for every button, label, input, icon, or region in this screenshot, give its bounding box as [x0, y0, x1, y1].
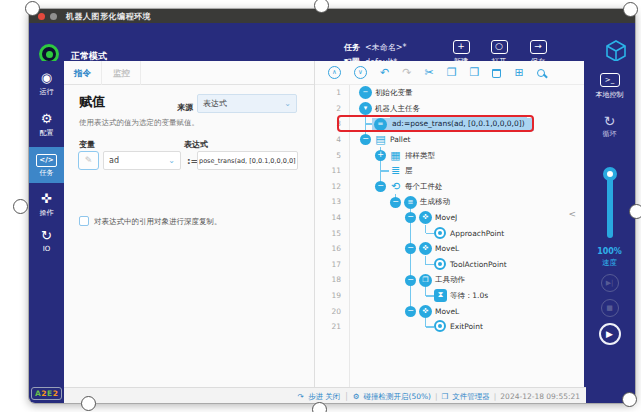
minimize-window-button[interactable] — [50, 13, 57, 20]
line-number: 11 — [315, 163, 341, 179]
tree-row[interactable]: 16−✜MoveL — [315, 241, 586, 257]
step-mode-status[interactable]: 步进 关闭 — [308, 392, 340, 402]
collapse-all-icon[interactable]: ∧ — [328, 66, 341, 79]
tree-node-label: MoveL — [435, 241, 459, 257]
tree-node-label: MoveL — [435, 304, 459, 320]
speed-slider-track[interactable] — [607, 174, 613, 238]
copy-icon[interactable]: ❐ — [447, 67, 457, 79]
deep-copy-checkbox[interactable] — [79, 216, 89, 226]
annotation-handle[interactable] — [623, 2, 638, 17]
file-manager-link[interactable]: 文件管理器 — [452, 392, 490, 402]
annotation-handle[interactable] — [25, 1, 40, 16]
paste-icon[interactable]: ❒ — [470, 67, 480, 79]
tree-row[interactable]: 4−▤Pallet — [315, 132, 586, 148]
line-number: 3 — [315, 116, 341, 132]
step-mode-icon: ↷ — [298, 392, 304, 401]
tree-row[interactable]: 20−✜MoveL — [315, 304, 586, 320]
source-select[interactable]: 表达式⌄ — [197, 94, 297, 113]
annotation-handle[interactable] — [629, 204, 641, 219]
tree-row[interactable]: 1−初始化变量 — [315, 85, 586, 101]
redo-icon[interactable]: ↷ — [402, 67, 411, 79]
annotation-handle[interactable] — [81, 396, 96, 411]
tree-row[interactable]: 13−≡生成移动 — [315, 194, 586, 210]
insert-icon[interactable]: ⊞ — [514, 67, 523, 79]
waypoint-icon — [434, 320, 446, 332]
annotation-handle[interactable] — [312, 402, 327, 412]
collapse-node-icon[interactable]: − — [375, 181, 386, 192]
play-button[interactable]: ▶ — [599, 323, 621, 345]
tab-monitor[interactable]: 监控 — [103, 61, 141, 85]
app-window: 机器人图形化编程环境 正常模式 任务<未命名>* 配置default* + 新建… — [28, 8, 636, 404]
left-sidebar: ◉ 运行 ⚙ 配置 </> 任务 ✜ 操作 ↻ IO A2E2 — [29, 61, 64, 403]
line-number: 2 — [315, 101, 341, 117]
window-titlebar: 机器人图形化编程环境 — [29, 9, 635, 23]
init-vars-icon: − — [359, 86, 372, 99]
expand-node-icon[interactable]: + — [375, 150, 386, 161]
collapse-panel-chevron[interactable]: < — [568, 209, 576, 219]
tree-row[interactable]: 19⧗等待 : 1.0s — [315, 288, 586, 304]
sidebar-item-run[interactable]: ◉ 运行 — [29, 69, 64, 105]
tree-connector — [426, 264, 435, 266]
search-icon[interactable] — [537, 69, 545, 77]
screenshot-canvas: 机器人图形化编程环境 正常模式 任务<未命名>* 配置default* + 新建… — [0, 0, 641, 412]
close-window-button[interactable] — [38, 13, 45, 20]
task-label: 任务 — [344, 43, 360, 52]
speed-value: 100% — [584, 247, 635, 256]
sidebar-item-io[interactable]: ↻ IO — [29, 227, 64, 263]
status-bar: ↷ 步进 关闭 │ ⚙ 碰撞检测开启(50%) | ❐ 文件管理器 | 2024… — [64, 387, 586, 404]
collision-status[interactable]: 碰撞检测开启(50%) — [364, 392, 432, 402]
sidebar-item-task[interactable]: </> 任务 — [29, 147, 64, 183]
tree-row[interactable]: 5+▦排样类型 — [315, 148, 586, 164]
undo-icon[interactable]: ↶ — [380, 67, 389, 79]
speed-slider-knob[interactable] — [603, 167, 617, 181]
annotation-handle[interactable] — [622, 392, 637, 407]
tree-row[interactable]: 12−⟲每个工件处 — [315, 179, 586, 195]
stop-button[interactable]: ■ — [601, 299, 619, 317]
tree-row[interactable]: 21ExitPoint — [315, 319, 586, 335]
collapse-node-icon[interactable]: − — [405, 306, 416, 317]
tree-node-label: ApproachPoint — [450, 226, 504, 242]
pattern-type-icon: ▦ — [389, 149, 402, 162]
sidebar-item-jog[interactable]: ✜ 操作 — [29, 190, 64, 226]
collapse-node-icon[interactable]: − — [360, 134, 371, 145]
assignment-icon: = — [374, 118, 387, 131]
expand-all-icon[interactable]: ∨ — [354, 66, 367, 79]
tree-row[interactable]: 3=ad:=pose_trans(ad, [0,0.1,0,0,0,0]) — [315, 116, 586, 132]
movel-icon: ✜ — [419, 305, 432, 318]
expression-input[interactable] — [197, 151, 298, 170]
step-button[interactable]: ▶| — [601, 274, 619, 292]
panel-tabbar: 指令 监控 — [64, 61, 314, 85]
collapse-node-icon[interactable]: − — [390, 197, 401, 208]
layers-icon: ≣ — [389, 164, 402, 177]
tree-row[interactable]: 2▾机器人主任务 — [315, 101, 586, 117]
tab-instruction[interactable]: 指令 — [64, 61, 102, 85]
tree-node-label: 生成移动 — [420, 194, 450, 210]
tree-row[interactable]: 18−❐工具动作 — [315, 272, 586, 288]
task-value: <未命名>* — [365, 43, 406, 52]
tree-node-label: Pallet — [390, 132, 411, 148]
annotation-handle[interactable] — [13, 199, 28, 214]
collision-icon: ⚙ — [353, 392, 360, 401]
new-file-icon: + — [453, 40, 470, 54]
delete-icon[interactable] — [492, 67, 501, 78]
line-number: 15 — [315, 226, 341, 242]
sidebar-item-config[interactable]: ⚙ 配置 — [29, 110, 64, 146]
collapse-node-icon[interactable]: − — [405, 212, 416, 223]
expression-label: 表达式 — [184, 139, 208, 150]
local-control-icon[interactable]: >_ — [600, 73, 620, 87]
loop-icon[interactable]: ↻ — [584, 114, 635, 128]
cut-icon[interactable]: ✂ — [424, 67, 433, 79]
instruction-description: 使用表达式的值为选定的变量赋值。 — [79, 118, 199, 128]
robot-model-badge: A2E2 — [31, 387, 62, 400]
tree-row[interactable]: 11≣层 — [315, 163, 586, 179]
edit-variable-button[interactable]: ✎ — [78, 151, 99, 170]
movej-icon: ✜ — [419, 211, 432, 224]
tree-row[interactable]: 17ToolActionPoint — [315, 257, 586, 273]
tree-node-label: 每个工件处 — [405, 179, 443, 195]
tree-row[interactable]: 15ApproachPoint — [315, 226, 586, 242]
pallet-icon: ▤ — [374, 133, 387, 146]
variable-select[interactable]: ad⌄ — [103, 151, 181, 170]
collapse-node-icon[interactable]: − — [405, 243, 416, 254]
tree-row[interactable]: 14−✜MoveJ — [315, 210, 586, 226]
collapse-node-icon[interactable]: − — [405, 275, 416, 286]
